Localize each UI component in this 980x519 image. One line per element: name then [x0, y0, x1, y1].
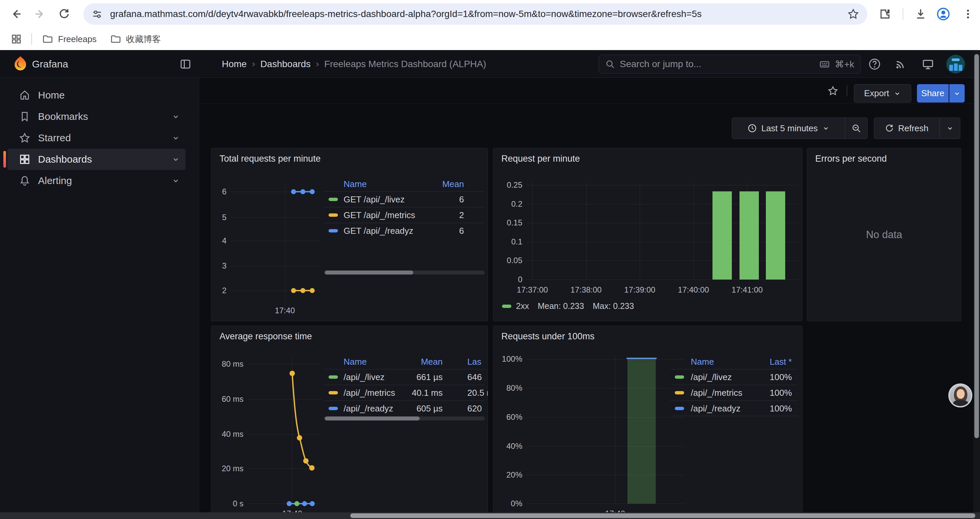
col-name[interactable]: Name	[691, 357, 714, 367]
legend-row[interactable]: /api/_/readyz 605 µs 620	[324, 401, 485, 416]
forward-icon[interactable]	[32, 6, 48, 22]
back-icon[interactable]	[8, 6, 24, 22]
y-tick: 80%	[493, 383, 522, 393]
profile-icon[interactable]	[936, 7, 951, 21]
legend[interactable]: 2xx Mean: 0.233 Max: 0.233	[502, 301, 634, 311]
sidebar-item-label: Alerting	[38, 175, 72, 186]
sidebar-item-dashboards[interactable]: Dashboards	[7, 149, 185, 170]
share-button[interactable]: Share	[917, 84, 949, 102]
toolbar-divider	[903, 8, 903, 20]
refresh-interval-button[interactable]	[940, 118, 960, 139]
bookmark-folder-freeleaps[interactable]: Freeleaps	[37, 31, 102, 47]
apps-grid-icon[interactable]	[6, 31, 27, 47]
legend-row[interactable]: GET /api/_/metrics 2	[324, 207, 485, 223]
dock-sidebar-icon[interactable]	[177, 56, 194, 73]
legend-row[interactable]: /api/_/metrics 40.1 ms 20.5 m	[324, 385, 485, 401]
export-button[interactable]: Export	[854, 84, 911, 102]
legend-row[interactable]: GET /api/_/readyz 6	[324, 223, 485, 238]
data-point	[302, 501, 307, 506]
series-color-pill	[329, 407, 338, 410]
legend-mean: Mean: 0.233	[538, 301, 584, 311]
sidebar-item-alerting[interactable]: Alerting	[7, 170, 185, 192]
x-tick: 17:38:00	[570, 285, 601, 295]
horizontal-scrollbar[interactable]	[0, 512, 980, 519]
sidebar-item-starred[interactable]: Starred	[7, 127, 185, 149]
sidebar-item-bookmarks[interactable]: Bookmarks	[7, 106, 185, 127]
brand-title[interactable]: Grafana	[32, 50, 68, 78]
refresh-button[interactable]: Refresh	[874, 118, 939, 139]
chevron-down-icon[interactable]	[172, 112, 180, 121]
legend-row[interactable]: GET /api/_/livez 6	[324, 192, 485, 207]
table-scrollbar[interactable]	[324, 417, 485, 420]
series-name[interactable]: /api/_/livez	[344, 372, 385, 382]
url-text[interactable]: grafana.mathmast.com/d/deytv4rwavabkb/fr…	[110, 9, 847, 19]
user-avatar[interactable]	[946, 55, 965, 73]
data-point	[294, 501, 299, 506]
search-input[interactable]: Search or jump to... ⌘+k	[599, 55, 861, 73]
chevron-down-icon[interactable]	[172, 176, 180, 185]
extensions-icon[interactable]	[877, 7, 892, 21]
vertical-scrollbar[interactable]	[973, 50, 980, 512]
bookmark-star-icon[interactable]	[847, 8, 859, 20]
series-color-pill	[675, 375, 684, 379]
floating-assistant-avatar[interactable]	[948, 383, 972, 407]
x-tick: 17:37:00	[517, 285, 548, 295]
favorite-star-icon[interactable]	[825, 85, 841, 97]
tv-mode-icon[interactable]	[919, 56, 937, 73]
data-point	[301, 189, 305, 194]
avatar-robot-body	[959, 65, 963, 71]
series-name[interactable]: /api/_/metrics	[344, 388, 395, 398]
breadcrumb-dashboards[interactable]: Dashboards	[260, 59, 310, 69]
tune-icon[interactable]	[91, 8, 103, 20]
col-mean[interactable]: Mean	[421, 357, 442, 367]
search-shortcut: ⌘+k	[835, 59, 854, 70]
bookmark-folder-blogs[interactable]: 收藏博客	[105, 31, 165, 47]
series-name[interactable]: /api/_/metrics	[691, 388, 743, 398]
scrollbar-thumb[interactable]	[350, 513, 975, 518]
col-last[interactable]: Las	[467, 357, 481, 367]
scrollbar-thumb[interactable]	[974, 54, 979, 438]
sidebar: Home Bookmarks Starred	[0, 78, 199, 519]
series-mean: 2	[459, 210, 464, 220]
legend-row[interactable]: /api/_/metrics 100%	[670, 385, 798, 401]
col-last[interactable]: Last *	[770, 357, 792, 367]
y-tick: 60%	[493, 412, 522, 422]
legend-row[interactable]: /api/_/livez 100%	[670, 369, 798, 385]
reload-icon[interactable]	[56, 6, 72, 22]
breadcrumb-home[interactable]: Home	[222, 59, 247, 69]
help-icon[interactable]	[866, 56, 883, 73]
col-name[interactable]: Name	[344, 179, 367, 189]
url-bar[interactable]: grafana.mathmast.com/d/deytv4rwavabkb/fr…	[83, 3, 867, 25]
series-name[interactable]: GET /api/_/livez	[344, 194, 405, 205]
bookmarks-bar: Freeleaps 收藏博客	[0, 28, 980, 50]
col-name[interactable]: Name	[344, 357, 367, 367]
series-name[interactable]: GET /api/_/metrics	[344, 210, 415, 220]
share-caret-button[interactable]	[949, 84, 965, 102]
news-rss-icon[interactable]	[892, 56, 909, 73]
legend-row[interactable]: /api/_/livez 661 µs 646	[324, 369, 485, 385]
chevron-down-icon[interactable]	[172, 134, 180, 142]
menu-kebab-icon[interactable]	[961, 7, 975, 21]
download-icon[interactable]	[913, 7, 928, 21]
panel-title[interactable]: Request per minute	[501, 153, 580, 164]
grafana-logo[interactable]	[12, 56, 29, 74]
series-name[interactable]: 2xx	[516, 301, 529, 311]
table-scrollbar[interactable]	[324, 270, 485, 275]
time-range-button[interactable]: Last 5 minutes	[732, 118, 845, 139]
series-name[interactable]: GET /api/_/readyz	[344, 226, 413, 236]
data-point	[310, 501, 315, 506]
zoom-out-button[interactable]	[845, 118, 868, 139]
series-name[interactable]: /api/_/readyz	[344, 404, 393, 414]
chevron-down-icon[interactable]	[172, 155, 180, 164]
series-name[interactable]: /api/_/readyz	[691, 403, 740, 414]
series-color-pill	[502, 305, 511, 308]
panel-title[interactable]: Requests under 100ms	[501, 331, 594, 342]
col-mean[interactable]: Mean	[442, 179, 464, 189]
series-color-pill	[675, 407, 684, 410]
screen: grafana.mathmast.com/d/deytv4rwavabkb/fr…	[0, 0, 980, 519]
legend-row[interactable]: /api/_/readyz 100%	[670, 401, 798, 416]
panel-title[interactable]: Total requests per minute	[220, 153, 321, 164]
sidebar-item-home[interactable]: Home	[7, 85, 185, 106]
series-name[interactable]: /api/_/livez	[691, 372, 732, 382]
chevron-down-icon	[946, 124, 954, 132]
